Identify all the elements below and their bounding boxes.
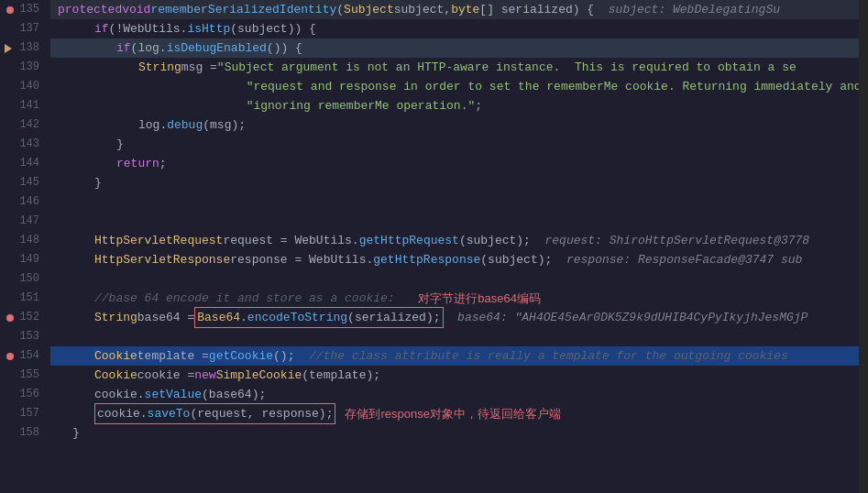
code-line-149: HttpServletResponse response = WebUtils.… bbox=[50, 250, 859, 269]
code-editor: 135 137 138 139 140 141 bbox=[0, 0, 868, 493]
line-number-149: 149 bbox=[0, 250, 43, 269]
code-line-152: String base64 = Base64.encodeToString(se… bbox=[50, 308, 859, 327]
code-area: 135 137 138 139 140 141 bbox=[0, 0, 868, 493]
outlined-code-157: cookie.saveTo(request, response); bbox=[94, 403, 335, 424]
code-line-137: if (!WebUtils.isHttp(subject)) { bbox=[50, 19, 859, 38]
code-line-144: return; bbox=[50, 154, 859, 173]
line-number-152: 152 bbox=[0, 308, 43, 327]
line-number-146: 146 bbox=[0, 192, 43, 212]
line-number-154: 154 bbox=[0, 346, 43, 366]
code-line-138: if (log.isDebugEnabled()) { bbox=[50, 38, 859, 58]
line-number-155: 155 bbox=[0, 366, 43, 385]
line-number-153: 153 bbox=[0, 327, 43, 346]
annotation-157: 存储到response对象中，待返回给客户端 bbox=[345, 404, 560, 423]
line-number-137: 137 bbox=[0, 19, 43, 38]
line-number-135: 135 bbox=[0, 0, 43, 19]
code-line-146 bbox=[50, 192, 859, 212]
code-line-156: cookie.setValue(base64); bbox=[50, 385, 859, 404]
line-number-141: 141 bbox=[0, 96, 43, 115]
breakpoint-152[interactable] bbox=[6, 314, 14, 322]
code-line-140: "request and response in order to set th… bbox=[50, 77, 859, 96]
scroll-bar[interactable] bbox=[859, 0, 868, 493]
line-number-151: 151 bbox=[0, 289, 43, 308]
code-line-154: Cookie template = getCookie(); //the cla… bbox=[50, 346, 859, 366]
annotation-151: 对字节进行base64编码 bbox=[418, 289, 541, 308]
code-line-147 bbox=[50, 212, 859, 231]
line-number-144: 144 bbox=[0, 154, 43, 173]
line-number-140: 140 bbox=[0, 77, 43, 96]
line-number-150: 150 bbox=[0, 269, 43, 289]
outlined-code-152: Base64.encodeToString(serialized); bbox=[194, 307, 443, 328]
line-gutter: 135 137 138 139 140 141 bbox=[0, 0, 50, 493]
bookmark-138 bbox=[5, 44, 12, 53]
code-line-148: HttpServletRequest request = WebUtils.ge… bbox=[50, 231, 859, 250]
code-lines: protected void rememberSerializedIdentit… bbox=[50, 0, 859, 443]
line-number-142: 142 bbox=[0, 115, 43, 135]
code-content[interactable]: protected void rememberSerializedIdentit… bbox=[50, 0, 859, 493]
line-number-158: 158 bbox=[0, 423, 43, 443]
line-number-148: 148 bbox=[0, 231, 43, 250]
code-line-151: //base 64 encode it and store as a cooki… bbox=[50, 289, 859, 308]
line-number-138: 138 bbox=[0, 38, 43, 58]
breakpoint-135[interactable] bbox=[6, 6, 14, 14]
line-number-143: 143 bbox=[0, 135, 43, 154]
code-line-142: log.debug(msg); bbox=[50, 115, 859, 135]
line-number-147: 147 bbox=[0, 212, 43, 231]
line-number-156: 156 bbox=[0, 385, 43, 404]
code-line-145: } bbox=[50, 173, 859, 192]
code-line-139: String msg = "Subject argument is not an… bbox=[50, 58, 859, 77]
code-line-153 bbox=[50, 327, 859, 346]
code-line-141: "ignoring rememberMe operation."; bbox=[50, 96, 859, 115]
code-line-143: } bbox=[50, 135, 859, 154]
code-line-155: Cookie cookie = new SimpleCookie(templat… bbox=[50, 366, 859, 385]
breakpoint-154[interactable] bbox=[6, 353, 14, 360]
line-number-139: 139 bbox=[0, 58, 43, 77]
code-line-158: } bbox=[50, 423, 859, 443]
code-line-157: cookie.saveTo(request, response); 存储到res… bbox=[50, 404, 859, 423]
code-line-135: protected void rememberSerializedIdentit… bbox=[50, 0, 859, 19]
line-number-157: 157 bbox=[0, 404, 43, 423]
code-line-150 bbox=[50, 269, 859, 289]
line-number-145: 145 bbox=[0, 173, 43, 192]
